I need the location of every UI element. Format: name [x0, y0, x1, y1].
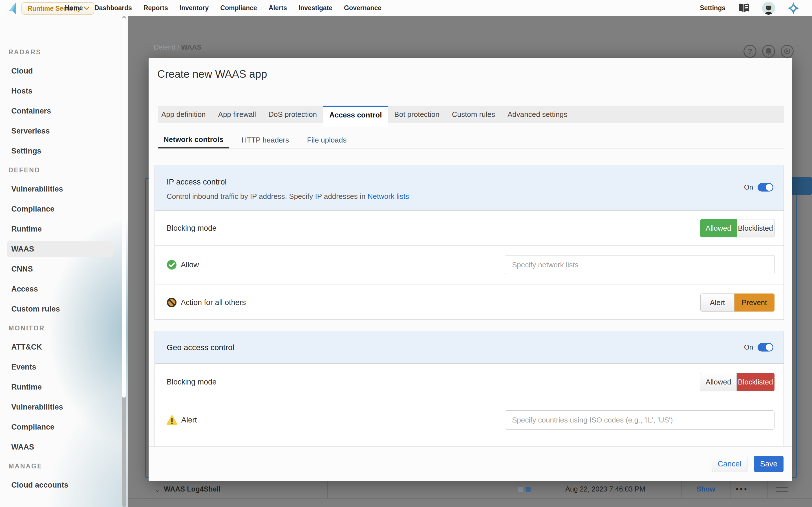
ip-alert-button[interactable]: Alert	[700, 293, 734, 312]
ip-allow-row: Allow	[155, 245, 783, 284]
tab-access-control[interactable]: Access control	[323, 106, 388, 127]
background-table-row: ⌄ WAAS Log4Shell Aug 22, 2023 7:46:03 PM…	[128, 481, 812, 499]
geo-alert-row: Alert	[155, 400, 783, 440]
geo-access-toggle[interactable]	[758, 343, 773, 351]
nav-item-dashboards[interactable]: Dashboards	[94, 4, 132, 12]
nav-item-home[interactable]: Home	[65, 4, 83, 12]
geo-toggle-wrap: On	[744, 343, 773, 351]
ip-access-toggle[interactable]	[758, 183, 773, 191]
rule-name: WAAS Log4Shell	[164, 485, 220, 493]
tab-custom-rules[interactable]: Custom rules	[446, 106, 501, 123]
warning-icon	[167, 415, 177, 425]
sidebar-scrollbar-thumb[interactable]	[122, 17, 126, 398]
row-more-menu[interactable]: •••	[736, 485, 748, 493]
geo-blocking-mode-row: Blocking mode Allowed Blocklisted	[155, 363, 783, 400]
geo-access-control-card: Geo access control On Blocking mode Allo…	[154, 331, 784, 447]
radar-icon[interactable]	[781, 45, 794, 58]
nav-item-alerts[interactable]: Alerts	[269, 4, 287, 12]
subtab-network-controls[interactable]: Network controls	[158, 131, 229, 149]
row-drag-handle-icon[interactable]	[776, 487, 788, 495]
ip-toggle-wrap: On	[744, 183, 773, 191]
sidebar-item-cloud-accounts[interactable]: Cloud accounts	[0, 475, 128, 495]
sidebar-item-vulnerabilities-monitor[interactable]: Vulnerabilities	[0, 397, 128, 417]
ip-allow-label: Allow	[181, 261, 199, 269]
geo-section-title: Geo access control	[167, 343, 234, 352]
sidebar-section-monitor: MONITOR	[0, 319, 128, 337]
geo-blocklisted-button[interactable]: Blocklisted	[737, 373, 774, 391]
sidebar-item-waas[interactable]: WAAS	[7, 241, 113, 257]
network-lists-link[interactable]: Network lists	[368, 192, 409, 201]
ip-section-title: IP access control	[167, 177, 227, 186]
create-waas-app-modal: Create new WAAS app App definition App f…	[149, 58, 792, 481]
tab-app-firewall[interactable]: App firewall	[212, 106, 262, 123]
sidebar-item-hosts[interactable]: Hosts	[0, 81, 128, 101]
ip-access-control-header: IP access control Control inbound traffi…	[155, 165, 783, 211]
sidebar-section-manage: MANAGE	[0, 457, 128, 475]
tab-dos-protection[interactable]: DoS protection	[262, 106, 323, 123]
breadcrumb-defend[interactable]: Defend	[154, 43, 175, 51]
geo-allowed-button[interactable]: Allowed	[700, 373, 737, 391]
save-button[interactable]: Save	[754, 456, 783, 472]
cancel-button[interactable]: Cancel	[712, 456, 748, 472]
row-expand-chevron-icon[interactable]: ⌄	[155, 486, 160, 494]
docs-book-icon[interactable]	[737, 2, 750, 15]
geo-access-control-header: Geo access control On	[155, 331, 783, 363]
sidebar-item-cloud[interactable]: Cloud	[0, 61, 128, 81]
geo-alert-label: Alert	[181, 416, 197, 425]
sidebar-item-custom-rules[interactable]: Custom rules	[0, 299, 128, 319]
ip-toggle-label: On	[744, 183, 753, 191]
breadcrumb-waas: WAAS	[181, 43, 201, 51]
sidebar-item-runtime[interactable]: Runtime	[0, 219, 128, 239]
sidebar-item-cnns[interactable]: CNNS	[0, 259, 128, 279]
tab-advanced-settings[interactable]: Advanced settings	[501, 106, 573, 123]
ip-blocking-mode-row: Blocking mode Allowed Blocklisted	[155, 211, 783, 245]
nav-item-compliance[interactable]: Compliance	[220, 4, 257, 12]
user-avatar[interactable]	[762, 2, 775, 15]
sidebar-item-attck[interactable]: ATT&CK	[0, 337, 128, 357]
show-link[interactable]: Show	[696, 485, 715, 493]
nav-right: Settings	[700, 0, 800, 16]
prisma-cloud-logo-icon[interactable]	[787, 2, 800, 15]
sidebar-item-settings[interactable]: Settings	[0, 141, 128, 161]
help-icon[interactable]: ?	[744, 45, 756, 58]
ip-allowed-button[interactable]: Allowed	[700, 219, 737, 237]
nav-item-inventory[interactable]: Inventory	[180, 4, 209, 12]
geo-countries-input[interactable]	[505, 410, 774, 430]
ip-prevent-button[interactable]: Prevent	[734, 293, 774, 312]
subtab-file-uploads[interactable]: File uploads	[301, 131, 352, 149]
sidebar-item-access[interactable]: Access	[0, 279, 128, 299]
modal-footer: Cancel Save	[149, 446, 792, 481]
row-modified-date: Aug 22, 2023 7:46:03 PM	[565, 485, 645, 493]
nav-item-governance[interactable]: Governance	[344, 4, 382, 12]
ip-blocklisted-button[interactable]: Blocklisted	[737, 219, 774, 237]
sidebar-item-waas-monitor[interactable]: WAAS	[0, 437, 128, 457]
nav-item-reports[interactable]: Reports	[144, 4, 168, 12]
network-lists-input[interactable]	[505, 255, 774, 274]
sidebar-section-radars: RADARS	[0, 43, 128, 61]
sidebar-item-events[interactable]: Events	[0, 357, 128, 377]
sidebar-item-containers[interactable]: Containers	[0, 101, 128, 121]
nav-item-investigate[interactable]: Investigate	[299, 4, 333, 12]
sidebar-item-compliance-monitor[interactable]: Compliance	[0, 417, 128, 437]
ip-action-label: Action for all others	[181, 298, 246, 307]
app-logo-icon[interactable]	[8, 2, 17, 15]
ip-section-description: Control inbound traffic by IP address. S…	[167, 192, 409, 201]
sidebar-item-compliance[interactable]: Compliance	[0, 199, 128, 219]
bell-icon[interactable]	[762, 45, 775, 58]
modal-subtabs: Network controls HTTP headers File uploa…	[158, 131, 352, 149]
modal-tabbar: App definition App firewall DoS protecti…	[158, 106, 784, 123]
tab-bot-protection[interactable]: Bot protection	[388, 106, 446, 123]
main-nav: Home Dashboards Reports Inventory Compli…	[65, 0, 382, 16]
geo-blocking-mode-label: Blocking mode	[167, 378, 216, 386]
sidebar-item-runtime-monitor[interactable]: Runtime	[0, 377, 128, 397]
nav-item-settings[interactable]: Settings	[700, 4, 725, 12]
top-nav: Runtime Security Home Dashboards Reports…	[0, 0, 812, 16]
sidebar-item-vulnerabilities[interactable]: Vulnerabilities	[0, 179, 128, 199]
subtab-http-headers[interactable]: HTTP headers	[236, 131, 295, 149]
background-add-rule-button	[791, 177, 812, 195]
tab-app-definition[interactable]: App definition	[158, 106, 212, 123]
modal-title: Create new WAAS app	[157, 68, 267, 80]
scope-badge	[518, 487, 523, 492]
breadcrumb: Defend / WAAS	[154, 43, 201, 51]
sidebar-item-serverless[interactable]: Serverless	[0, 121, 128, 141]
